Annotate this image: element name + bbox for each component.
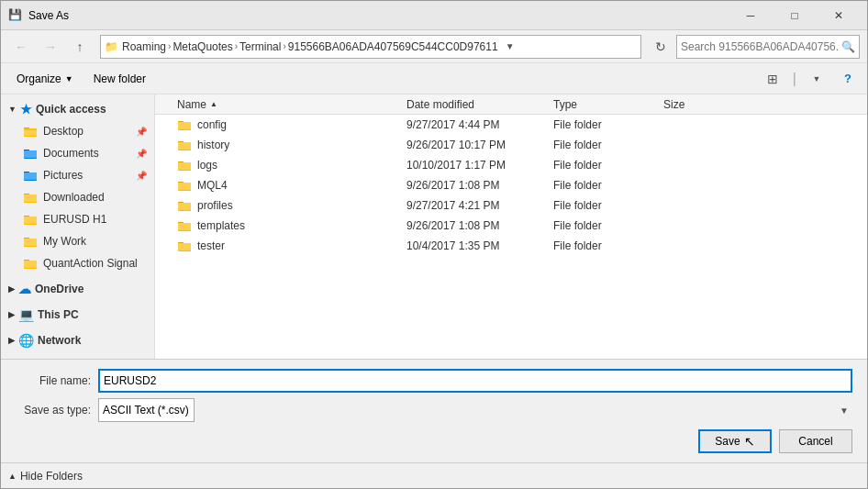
save-label: Save <box>715 435 740 448</box>
address-bar-folder-icon: 📁 <box>105 40 118 53</box>
folder-icon <box>177 239 192 253</box>
file-cell-date: 9/26/2017 1:08 PM <box>399 179 546 192</box>
title-bar-buttons: ─ □ ✕ <box>729 1 860 30</box>
table-row[interactable]: tester 10/4/2017 1:35 PM File folder <box>155 236 867 256</box>
onedrive-label: OneDrive <box>35 283 83 295</box>
search-box[interactable]: 🔍 <box>676 35 860 59</box>
close-button[interactable]: ✕ <box>818 1 860 30</box>
folder-icon-downloaded <box>23 190 38 205</box>
title-bar: 💾 Save As ─ □ ✕ <box>1 1 867 30</box>
maximize-button[interactable]: □ <box>773 1 816 30</box>
crumb-sep-3: › <box>283 41 285 51</box>
table-row[interactable]: MQL4 9/26/2017 1:08 PM File folder <box>155 175 867 195</box>
new-folder-button[interactable]: New folder <box>85 67 154 91</box>
address-dropdown-icon[interactable]: ▼ <box>506 41 515 51</box>
folder-icon <box>177 117 192 132</box>
help-button[interactable]: ? <box>836 67 860 91</box>
file-cell-date: 10/4/2017 1:35 PM <box>399 239 546 252</box>
network-header[interactable]: ▶ 🌐 Network <box>1 329 154 351</box>
sidebar-item-desktop-label: Desktop <box>43 125 83 138</box>
search-input[interactable] <box>681 40 840 53</box>
file-cell-type: File folder <box>546 199 656 212</box>
sidebar-item-documents[interactable]: Documents 📌 <box>1 142 154 164</box>
file-cell-name: logs <box>170 158 399 172</box>
table-row[interactable]: logs 10/10/2017 1:17 PM File folder <box>155 155 867 175</box>
filename-input[interactable] <box>98 369 852 393</box>
file-name: MQL4 <box>197 179 228 192</box>
crumb-terminal[interactable]: Terminal <box>239 40 281 53</box>
sidebar-item-mywork[interactable]: My Work <box>1 230 154 252</box>
network-arrow-icon: ▶ <box>8 336 15 345</box>
pin-icon-documents: 📌 <box>136 149 147 159</box>
onedrive-header[interactable]: ▶ ☁ OneDrive <box>1 278 154 300</box>
cancel-button[interactable]: Cancel <box>779 429 852 453</box>
address-bar[interactable]: 📁 Roaming › MetaQuotes › Terminal › 9155… <box>100 35 641 59</box>
folder-icon-eurusd <box>23 212 38 227</box>
filetype-select[interactable]: ASCII Text (*.csv) <box>98 398 195 422</box>
save-button[interactable]: Save ↖ <box>698 429 772 453</box>
thispc-label: This PC <box>38 308 79 321</box>
crumb-roaming[interactable]: Roaming <box>122 40 166 53</box>
table-row[interactable]: profiles 9/27/2017 4:21 PM File folder <box>155 195 867 216</box>
main-content: ▼ ★ Quick access Desktop 📌 Documents 📌 P… <box>1 94 867 359</box>
svg-rect-36 <box>178 203 191 210</box>
file-name: profiles <box>197 199 233 212</box>
col-header-date[interactable]: Date modified <box>399 96 546 113</box>
file-cell-name: templates <box>170 218 399 233</box>
title-bar-icon: 💾 <box>8 8 23 23</box>
organize-button[interactable]: Organize ▼ <box>8 67 82 91</box>
file-cell-date: 9/27/2017 4:44 PM <box>399 118 546 131</box>
view-button[interactable]: ⊞ <box>757 67 788 91</box>
back-button[interactable]: ← <box>8 35 34 59</box>
pin-icon-desktop: 📌 <box>136 127 147 137</box>
file-cell-type: File folder <box>546 118 656 131</box>
refresh-button[interactable]: ↻ <box>649 35 673 59</box>
quick-access-header[interactable]: ▼ ★ Quick access <box>1 98 154 120</box>
hide-folders-button[interactable]: ▲ Hide Folders <box>8 470 83 483</box>
sidebar-item-quantaction[interactable]: QuantAction Signal <box>1 252 154 274</box>
network-section: ▶ 🌐 Network <box>1 329 154 351</box>
file-cell-type: File folder <box>546 139 656 151</box>
file-name: history <box>197 139 229 151</box>
col-header-size[interactable]: Size <box>656 96 729 113</box>
forward-button[interactable]: → <box>38 35 63 59</box>
filename-label: File name: <box>16 374 98 387</box>
folder-icon <box>177 138 192 152</box>
title-bar-text: Save As <box>28 9 729 22</box>
folder-icon <box>177 158 192 172</box>
svg-rect-39 <box>178 223 191 230</box>
select-arrow-icon: ▼ <box>840 406 849 416</box>
folder-icon-pictures <box>23 168 38 183</box>
sidebar-item-desktop[interactable]: Desktop 📌 <box>1 120 154 142</box>
file-name: logs <box>197 159 217 172</box>
crumb-id[interactable]: 915566BA06ADA407569C544CC0D97611 <box>288 40 498 53</box>
sidebar-item-pictures[interactable]: Pictures 📌 <box>1 164 154 186</box>
onedrive-cloud-icon: ☁ <box>18 282 31 296</box>
sidebar-item-eurusd[interactable]: EURUSD H1 <box>1 208 154 230</box>
col-header-name[interactable]: Name ▲ <box>170 96 399 113</box>
quick-access-star-icon: ★ <box>20 102 32 117</box>
sidebar-item-downloaded[interactable]: Downloaded <box>1 186 154 208</box>
crumb-sep-2: › <box>235 41 238 51</box>
minimize-button[interactable]: ─ <box>729 1 772 30</box>
crumb-metaquotes[interactable]: MetaQuotes <box>172 40 232 53</box>
organize-arrow-icon: ▼ <box>65 74 73 83</box>
file-list-header: Name ▲ Date modified Type Size <box>155 94 867 115</box>
filetype-select-wrapper: ASCII Text (*.csv) ▼ <box>98 398 852 422</box>
table-row[interactable]: history 9/26/2017 10:17 PM File folder <box>155 135 867 155</box>
file-cell-name: MQL4 <box>170 178 399 193</box>
up-button[interactable]: ↑ <box>67 35 93 59</box>
table-row[interactable]: config 9/27/2017 4:44 PM File folder <box>155 115 867 135</box>
file-cell-name: profiles <box>170 198 399 213</box>
sidebar-item-documents-label: Documents <box>43 147 99 160</box>
thispc-header[interactable]: ▶ 💻 This PC <box>1 304 154 326</box>
network-icon: 🌐 <box>18 333 34 348</box>
file-cell-type: File folder <box>546 239 656 252</box>
svg-rect-9 <box>24 172 37 180</box>
quick-access-arrow-icon: ▼ <box>8 105 17 114</box>
view-dropdown-button[interactable]: ▼ <box>801 67 832 91</box>
cursor-icon: ↖ <box>744 434 755 449</box>
table-row[interactable]: templates 9/26/2017 1:08 PM File folder <box>155 216 867 236</box>
sidebar-item-mywork-label: My Work <box>43 235 86 248</box>
col-header-type[interactable]: Type <box>546 96 656 113</box>
